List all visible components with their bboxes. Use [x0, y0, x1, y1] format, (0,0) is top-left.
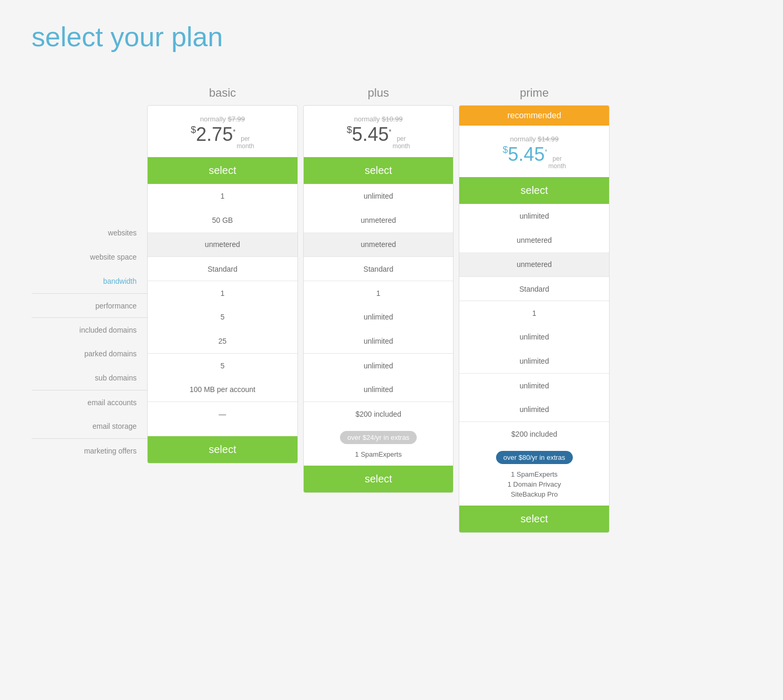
label-sub-domains: sub domains [32, 366, 147, 390]
plus-feat-marketing: $200 included [304, 402, 454, 426]
plus-feat-websites: unlimited [304, 184, 454, 208]
plan-plus-select-top[interactable]: select [304, 157, 454, 184]
plus-feat-space: unmetered [304, 208, 454, 232]
label-included-domains: included domains [32, 317, 147, 342]
page-title: select your plan [32, 21, 751, 53]
prime-feat-marketing: $200 included [459, 421, 609, 446]
basic-feat-bandwidth: unmetered [148, 232, 297, 256]
prime-extras-badge: over $80/yr in extras [496, 451, 573, 464]
prime-extras-domain-privacy: 1 Domain Privacy [466, 480, 603, 488]
prime-extras-sitebackup: SiteBackup Pro [466, 490, 603, 498]
plan-plus-select-bottom[interactable]: select [304, 466, 454, 492]
basic-feat-websites: 1 [148, 184, 297, 208]
plus-feat-email-storage: unlimited [304, 377, 454, 402]
plus-extras-spam: 1 SpamExperts [310, 450, 447, 458]
plan-prime-select-top[interactable]: select [459, 177, 609, 204]
plus-feat-email-accounts: unlimited [304, 353, 454, 377]
plan-prime-card: recommended normally $14.99 $5.45* permo… [459, 105, 610, 533]
label-performance: performance [32, 293, 147, 317]
plan-plus-name: plus [303, 79, 454, 100]
plus-feat-bandwidth: unmetered [304, 232, 454, 256]
plan-prime: prime recommended normally $14.99 $5.45*… [459, 79, 610, 533]
basic-feat-marketing: — [148, 402, 297, 426]
label-website-space: website space [32, 245, 147, 269]
plan-basic-select-bottom[interactable]: select [148, 436, 297, 463]
plan-plus-pricing: normally $10.99 $5.45* permonth [304, 106, 454, 157]
prime-feat-performance: Standard [459, 276, 609, 301]
label-websites: websites [32, 221, 147, 245]
plan-prime-normally: normally $14.99 [468, 135, 601, 143]
label-bandwidth: bandwidth [32, 269, 147, 293]
pricing-table: websites website space bandwidth perform… [32, 79, 610, 533]
plan-basic-card: normally $7.99 $2.75* permonth select 1 … [147, 105, 298, 464]
plan-plus-features: unlimited unmetered unmetered Standard 1… [304, 184, 454, 426]
plus-feat-parked-domains: unlimited [304, 305, 454, 329]
plus-extras-badge: over $24/yr in extras [340, 431, 417, 444]
feature-labels: websites website space bandwidth perform… [32, 79, 147, 462]
plan-prime-extras: over $80/yr in extras 1 SpamExperts 1 Do… [459, 446, 609, 506]
plan-prime-name: prime [459, 79, 610, 100]
plan-plus: plus normally $10.99 $5.45* permonth sel… [303, 79, 454, 533]
prime-extras-spam: 1 SpamExperts [466, 470, 603, 478]
label-email-accounts: email accounts [32, 390, 147, 414]
prime-feat-space: unmetered [459, 228, 609, 252]
label-marketing-offers: marketing offers [32, 438, 147, 462]
basic-feat-sub-domains: 25 [148, 329, 297, 353]
plan-plus-card: normally $10.99 $5.45* permonth select u… [303, 105, 454, 493]
plan-basic-name: basic [147, 79, 298, 100]
prime-feat-sub-domains: unlimited [459, 349, 609, 373]
plan-basic-per: permonth [236, 135, 254, 150]
basic-feat-space: 50 GB [148, 208, 297, 232]
plan-basic-select-top[interactable]: select [148, 157, 297, 184]
plan-prime-pricing: normally $14.99 $5.45* permonth [459, 126, 609, 177]
plan-plus-normally: normally $10.99 [312, 115, 445, 123]
plus-feat-sub-domains: unlimited [304, 329, 454, 353]
plan-basic-pricing: normally $7.99 $2.75* permonth [148, 106, 297, 157]
prime-feat-email-storage: unlimited [459, 397, 609, 421]
plan-basic-normally: normally $7.99 [156, 115, 289, 123]
plan-basic: basic normally $7.99 $2.75* permonth sel… [147, 79, 298, 533]
plan-prime-price: $5.45* [502, 145, 547, 164]
plan-plus-per: permonth [393, 135, 410, 150]
plan-prime-per: permonth [549, 155, 566, 170]
basic-feat-included-domains: 1 [148, 281, 297, 305]
plan-prime-select-bottom[interactable]: select [459, 506, 609, 532]
plus-feat-included-domains: 1 [304, 281, 454, 305]
basic-feat-parked-domains: 5 [148, 305, 297, 329]
plan-basic-features: 1 50 GB unmetered Standard 1 5 25 5 100 … [148, 184, 297, 426]
plan-basic-price: $2.75* [191, 125, 235, 144]
plus-feat-performance: Standard [304, 256, 454, 281]
basic-feat-email-storage: 100 MB per account [148, 377, 297, 402]
basic-feat-email-accounts: 5 [148, 353, 297, 377]
prime-feat-included-domains: 1 [459, 301, 609, 325]
basic-feat-performance: Standard [148, 256, 297, 281]
plan-prime-features: unlimited unmetered unmetered Standard 1… [459, 204, 609, 446]
prime-feat-websites: unlimited [459, 204, 609, 228]
prime-feat-bandwidth: unmetered [459, 252, 609, 276]
label-email-storage: email storage [32, 414, 147, 438]
plans-container: basic normally $7.99 $2.75* permonth sel… [147, 79, 610, 533]
plan-plus-price: $5.45* [347, 125, 392, 144]
plan-plus-extras: over $24/yr in extras 1 SpamExperts [304, 426, 454, 466]
label-parked-domains: parked domains [32, 342, 147, 366]
prime-feat-parked-domains: unlimited [459, 325, 609, 349]
prime-feat-email-accounts: unlimited [459, 373, 609, 397]
plan-prime-recommended: recommended [459, 106, 609, 126]
